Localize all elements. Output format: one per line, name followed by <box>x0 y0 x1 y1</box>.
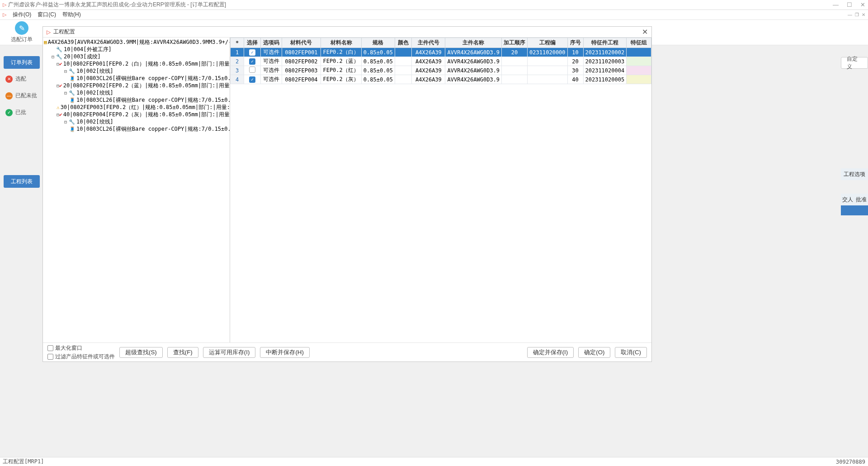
mdi-close-icon[interactable]: ✕ <box>862 12 865 17</box>
tree-panel[interactable]: ▦A4X26A39[AVVR4X26AWG0D3.9MM|规格:AVVR4X26… <box>43 38 230 342</box>
seq: 30 <box>567 66 583 75</box>
checkbox-icon[interactable]: ✓ <box>249 49 255 56</box>
column-header[interactable]: 序号 <box>567 38 583 48</box>
warn-icon: ⚠ <box>57 105 60 110</box>
wrench-icon: 🔧 <box>68 119 75 125</box>
menu-help[interactable]: 帮助(H) <box>62 11 81 19</box>
tree-node[interactable]: ⊟✔10|0802FEP001[FEP0.2（白）|规格:0.85±0.05mm… <box>44 60 229 67</box>
tree-node[interactable]: 🔧10|004[外被工序] <box>44 46 229 53</box>
main-name: AVVR4X26AWG0D3.9 <box>445 66 502 75</box>
column-header[interactable]: 主件名称 <box>445 38 502 48</box>
material-name: FEP0.2（白） <box>321 48 361 57</box>
table-row[interactable]: 1 ✓ 可选件 0802FEP001 FEP0.2（白） 0.85±0.05 A… <box>231 48 651 57</box>
statusbar: 工程配置[MRP1] 309270889 <box>0 457 868 466</box>
column-header[interactable]: 颜色 <box>395 38 412 48</box>
confirm-save-button[interactable]: 确定并保存(I) <box>527 347 574 358</box>
tab-eng-list[interactable]: 工程列表 <box>4 175 40 188</box>
select-order-button[interactable]: ✎ 选配订单 <box>11 21 33 43</box>
feature-eng: 202311020005 <box>583 75 627 84</box>
material-code: 0802FEP004 <box>282 75 321 84</box>
super-find-button[interactable]: 超级查找(S) <box>119 347 163 358</box>
tree-node[interactable]: 🧵10|0803CL26[裸铜丝Bare copper-COPY|规格:7/0.… <box>44 96 229 104</box>
column-header[interactable]: 规格 <box>361 38 395 48</box>
tree-node[interactable]: 🧵10|0803CL26[裸铜丝Bare copper-COPY|规格:7/0.… <box>44 75 229 82</box>
color <box>395 75 412 84</box>
expand-icon[interactable]: ⊟ <box>63 69 68 74</box>
menu-window[interactable]: 窗口(C) <box>38 11 56 19</box>
tree-node[interactable]: ⊟🔧10|002[绞线] <box>44 67 229 75</box>
confirm-button[interactable]: 确定(O) <box>578 347 610 358</box>
menu-operate[interactable]: 操作(O) <box>13 11 31 19</box>
table-row[interactable]: 2 ✓ 可选件 0802FEP002 FEP0.2（蓝） 0.85±0.05 A… <box>231 57 651 66</box>
tree-label: 40|0802FEP004[FEP0.2（灰）|规格:0.85±0.05mm|部… <box>63 111 230 119</box>
tree-node[interactable]: ▦A4X26A39[AVVR4X26AWG0D3.9MM|规格:AVVR4X26… <box>44 38 229 46</box>
mdi-min-icon[interactable]: — <box>848 12 852 17</box>
interrupt-save-button[interactable]: 中断并保存(H) <box>260 347 310 358</box>
material-name: FEP0.2（红） <box>321 66 361 75</box>
tree-node[interactable]: ⊟✔40|0802FEP004[FEP0.2（灰）|规格:0.85±0.05mm… <box>44 111 229 118</box>
tree-label: 10|0803CL26[裸铜丝Bare copper-COPY|规格:7/0.1… <box>76 125 230 133</box>
table-row[interactable]: 3 可选件 0802FEP003 FEP0.2（红） 0.85±0.05 A4X… <box>231 66 651 75</box>
sidebar-item-not-approved[interactable]: —已配未批 <box>4 87 40 104</box>
sidebar-item-approved[interactable]: ✓已批 <box>4 104 40 121</box>
column-header[interactable]: 选择 <box>244 38 260 48</box>
table-row[interactable]: 4 ✓ 可选件 0802FEP004 FEP0.2（灰） 0.85±0.05 A… <box>231 75 651 84</box>
select-cell[interactable]: ✓ <box>244 48 260 57</box>
find-button[interactable]: 查找(F) <box>167 347 198 358</box>
sidebar-item-select[interactable]: ✕选配 <box>4 71 40 87</box>
checkbox-icon[interactable]: ✓ <box>249 58 255 65</box>
material-grid: *选择选项码材料代号材料名称规格颜色主件代号主件名称加工顺序工程编序号特征件工程… <box>230 38 651 84</box>
expand-icon[interactable]: ⊟ <box>63 119 68 124</box>
spec: 0.85±0.05 <box>361 57 395 66</box>
select-cell[interactable]: ✓ <box>244 57 260 66</box>
feature-group <box>627 66 651 75</box>
column-header[interactable]: 材料代号 <box>282 38 321 48</box>
filter-checkbox[interactable]: 过滤产品特征件或可选件 <box>47 353 115 361</box>
tree-node[interactable]: 🧵10|0803CL26[裸铜丝Bare copper-COPY|规格:7/0.… <box>44 125 229 133</box>
dialog-title: 工程配置 <box>53 28 75 36</box>
eng-option-button[interactable]: 工程选项 <box>841 168 868 180</box>
tree-node[interactable]: ⚠30|0802FEP003[FEP0.2（红）|规格:0.85±0.05mm|… <box>44 104 229 111</box>
column-header[interactable]: 选项码 <box>260 38 282 48</box>
close-button[interactable]: ✕ <box>860 1 865 8</box>
select-cell[interactable] <box>244 66 260 75</box>
column-header[interactable]: 工程编 <box>528 38 567 48</box>
column-header[interactable]: 特征组 <box>627 38 651 48</box>
wrench-icon: 🔧 <box>68 68 75 74</box>
right-active-row[interactable] <box>841 205 868 215</box>
mdi-controls: — ❐ ✕ <box>848 12 865 17</box>
tab-order-list[interactable]: 订单列表 <box>4 56 40 69</box>
column-header[interactable]: 特征件工程 <box>583 38 627 48</box>
app-icon: ▷ <box>3 2 6 8</box>
calc-stock-button[interactable]: 运算可用库存(I) <box>203 347 256 358</box>
custom-button[interactable]: 自定义 <box>841 57 868 69</box>
maximize-window-checkbox[interactable]: 最大化窗口 <box>47 344 115 352</box>
seq: 10 <box>567 48 583 57</box>
expand-icon[interactable]: ⊟ <box>63 90 68 95</box>
tree-node[interactable]: ⊟✔20|0802FEP002[FEP0.2（蓝）|规格:0.85±0.05mm… <box>44 82 229 89</box>
tree-node[interactable]: ⊟🔧20|003[成绞] <box>44 53 229 60</box>
column-header[interactable]: 加工顺序 <box>502 38 528 48</box>
column-header[interactable]: 材料名称 <box>321 38 361 48</box>
maximize-button[interactable]: ☐ <box>847 1 852 8</box>
main-name: AVVR4X26AWG0D3.9 <box>445 57 502 66</box>
dialog-close-button[interactable]: ✕ <box>642 28 648 36</box>
cancel-button[interactable]: 取消(C) <box>615 347 647 358</box>
checkbox-icon[interactable] <box>249 67 255 73</box>
grid-panel[interactable]: *选择选项码材料代号材料名称规格颜色主件代号主件名称加工顺序工程编序号特征件工程… <box>230 38 651 342</box>
minimize-button[interactable]: — <box>833 1 839 8</box>
tree-node[interactable]: ⊟🔧10|002[绞线] <box>44 118 229 125</box>
checkbox-icon[interactable]: ✓ <box>249 76 255 83</box>
expand-icon[interactable]: ⊟ <box>50 54 56 59</box>
tree-label: 10|002[绞线] <box>76 89 113 97</box>
spec: 0.85±0.05 <box>361 75 395 84</box>
main-id: A4X26A39 <box>412 57 445 66</box>
proc-seq: 20 <box>502 48 528 57</box>
mdi-restore-icon[interactable]: ❐ <box>855 12 859 17</box>
dialog-footer: 最大化窗口 过滤产品特征件或可选件 超级查找(S) 查找(F) 运算可用库存(I… <box>43 342 651 361</box>
column-header[interactable]: 主件代号 <box>412 38 445 48</box>
tree-node[interactable]: ⊟🔧10|002[绞线] <box>44 89 229 96</box>
column-header[interactable]: * <box>231 38 244 48</box>
select-cell[interactable]: ✓ <box>244 75 260 84</box>
feature-group <box>627 57 651 66</box>
